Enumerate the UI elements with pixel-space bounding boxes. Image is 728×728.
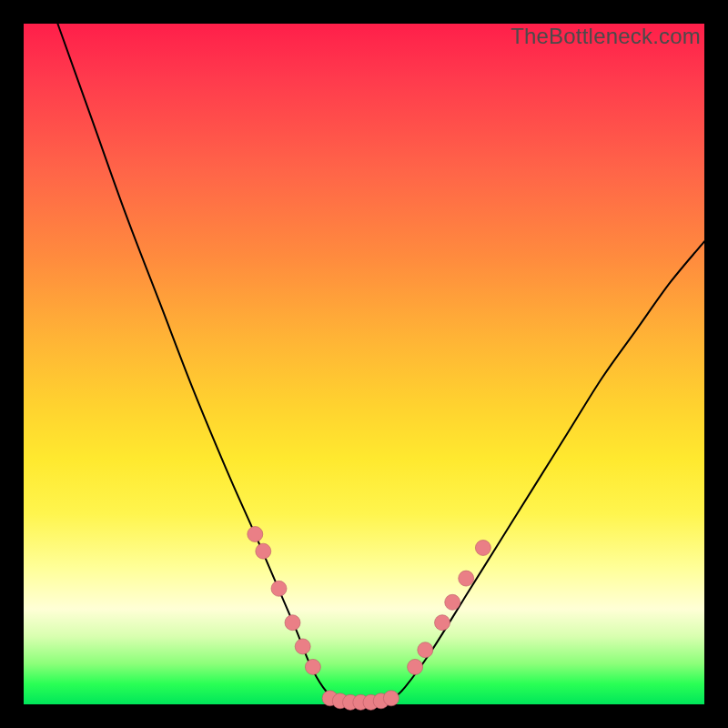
- plot-area: [24, 24, 704, 704]
- curve-marker: [256, 543, 271, 559]
- curve-marker: [418, 642, 433, 658]
- curve-marker: [305, 659, 320, 674]
- curve-markers: [248, 527, 491, 711]
- chart-frame: TheBottleneck.com: [0, 0, 728, 728]
- curve-marker: [271, 581, 287, 596]
- curve-marker: [285, 615, 300, 631]
- curve-marker: [295, 639, 310, 654]
- curve-marker: [475, 541, 490, 556]
- curve-marker: [408, 659, 423, 674]
- chart-overlay: [24, 24, 704, 704]
- curve-marker: [459, 571, 474, 586]
- curve-marker: [383, 691, 399, 706]
- curve-marker: [435, 615, 450, 631]
- bottleneck-curve: [57, 24, 704, 704]
- curve-marker: [445, 594, 460, 610]
- curve-marker: [248, 527, 263, 542]
